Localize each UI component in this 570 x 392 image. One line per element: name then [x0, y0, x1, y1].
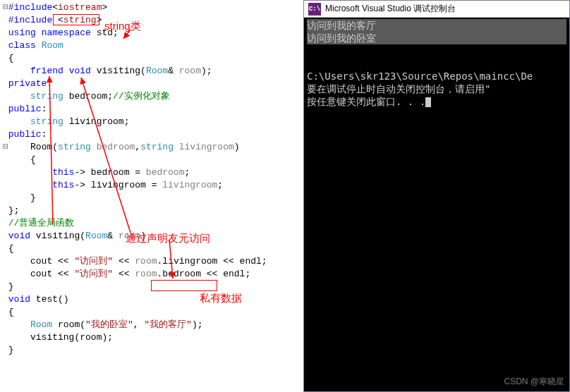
code-line[interactable]: ⊟ Room(string bedroom,string livingroom)	[3, 141, 301, 154]
code-line[interactable]: Room room("我的卧室", "我的客厅");	[3, 319, 301, 331]
console-output[interactable]: 访问到我的客厅 访问到我的卧室 C:\Users\skr123\Source\R…	[304, 18, 569, 391]
code-line[interactable]: cout << "访问到" << room.bedroom << endl;	[3, 268, 301, 281]
code-line[interactable]: public:	[3, 128, 301, 141]
code-line[interactable]: }	[3, 281, 301, 293]
console-line: 访问到我的卧室	[307, 32, 376, 44]
watermark: CSDN @寒晓星	[504, 376, 564, 388]
code-line[interactable]: string bedroom;//实例化对象	[3, 90, 301, 103]
code-line[interactable]: {	[3, 154, 301, 166]
code-line[interactable]: }	[3, 344, 301, 357]
code-line[interactable]: void test()	[3, 293, 301, 306]
code-line[interactable]: ⊟#include<iostream>	[3, 1, 301, 14]
code-line[interactable]: using namespace std;	[3, 27, 301, 39]
code-editor[interactable]: ⊟#include<iostream> #include <string> us…	[0, 0, 303, 392]
console-line: 按任意键关闭此窗口. . .	[307, 96, 425, 107]
code-line[interactable]: cout << "访问到" << room.livingroom << endl…	[3, 255, 301, 268]
code-line[interactable]: void visiting(Room& room)	[3, 230, 301, 243]
code-line[interactable]: //普通全局函数	[3, 217, 301, 230]
code-line[interactable]: }	[3, 192, 301, 204]
code-line[interactable]: this-> bedroom = bedroom;	[3, 166, 301, 179]
code-line[interactable]: #include <string>	[3, 14, 301, 27]
code-line[interactable]: {	[3, 306, 301, 319]
console-title-text: Microsoft Visual Studio 调试控制台	[325, 3, 456, 15]
code-line[interactable]: friend void visiting(Room& room);	[3, 65, 301, 78]
code-line[interactable]: private:	[3, 78, 301, 90]
debug-console-window: C:\ Microsoft Visual Studio 调试控制台 访问到我的客…	[303, 0, 570, 392]
console-line: 访问到我的客厅	[307, 20, 376, 31]
code-line[interactable]: {	[3, 52, 301, 65]
code-line[interactable]: public:	[3, 103, 301, 116]
console-cursor	[425, 97, 431, 107]
visual-studio-icon: C:\	[308, 3, 321, 16]
code-line[interactable]: string livingroom;	[3, 116, 301, 128]
console-titlebar[interactable]: C:\ Microsoft Visual Studio 调试控制台	[304, 1, 569, 18]
code-line[interactable]: class Room	[3, 39, 301, 52]
code-line[interactable]: visiting(room);	[3, 331, 301, 344]
code-line[interactable]: this-> livingroom = livingroom;	[3, 179, 301, 192]
console-line: C:\Users\skr123\Source\Repos\maincc\De	[307, 71, 533, 82]
code-line[interactable]: };	[3, 204, 301, 217]
code-line[interactable]: {	[3, 243, 301, 255]
console-line: 要在调试停止时自动关闭控制台，请启用"	[307, 83, 490, 94]
